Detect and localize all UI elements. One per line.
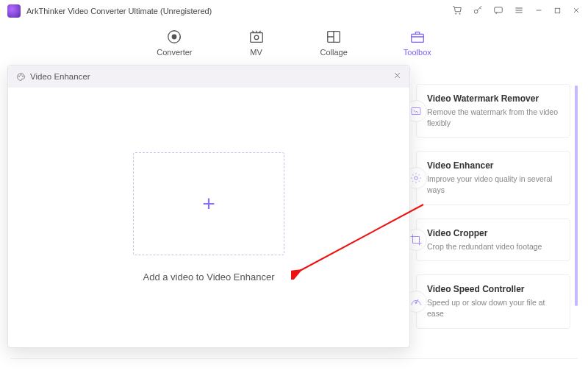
app-title: ArkThinker Video Converter Ultimate (Unr… bbox=[26, 7, 452, 15]
chat-icon[interactable] bbox=[493, 5, 503, 18]
svg-point-12 bbox=[415, 177, 418, 180]
close-icon[interactable] bbox=[392, 70, 402, 83]
video-enhancer-modal: Video Enhancer + Add a video to Video En… bbox=[7, 65, 410, 348]
svg-point-15 bbox=[20, 74, 21, 75]
dropzone-label: Add a video to Video Enhancer bbox=[143, 271, 274, 283]
workspace: Video Watermark Remover Remove the water… bbox=[0, 63, 588, 373]
svg-point-14 bbox=[18, 75, 19, 76]
card-title: Video Watermark Remover bbox=[427, 93, 561, 104]
tab-label: Converter bbox=[157, 48, 192, 57]
svg-point-1 bbox=[459, 13, 460, 14]
svg-point-8 bbox=[254, 35, 259, 40]
svg-point-16 bbox=[22, 75, 23, 76]
svg-rect-7 bbox=[250, 32, 262, 42]
svg-point-0 bbox=[456, 13, 456, 14]
tab-converter[interactable]: Converter bbox=[157, 29, 192, 57]
palette-icon bbox=[15, 71, 26, 82]
maximize-icon[interactable] bbox=[553, 6, 562, 17]
plus-icon: + bbox=[202, 191, 215, 216]
tab-label: Toolbox bbox=[404, 48, 431, 57]
card-desc: Improve your video quality in several wa… bbox=[427, 174, 561, 195]
mv-icon bbox=[248, 29, 265, 45]
card-title: Video Speed Controller bbox=[427, 284, 561, 294]
key-icon[interactable] bbox=[473, 5, 483, 18]
card-desc: Crop the redundant video footage bbox=[427, 241, 561, 252]
svg-rect-10 bbox=[412, 34, 424, 42]
card-video-enhancer[interactable]: Video Enhancer Improve your video qualit… bbox=[416, 151, 570, 205]
card-desc: Remove the watermark from the video flex… bbox=[427, 107, 561, 128]
card-watermark-remover[interactable]: Video Watermark Remover Remove the water… bbox=[416, 84, 570, 138]
toolbox-icon bbox=[409, 29, 426, 45]
titlebar-actions bbox=[452, 5, 581, 18]
bottom-divider bbox=[10, 358, 578, 373]
svg-rect-11 bbox=[412, 107, 420, 114]
titlebar: ArkThinker Video Converter Ultimate (Unr… bbox=[0, 0, 588, 22]
card-desc: Speed up or slow down your file at ease bbox=[427, 297, 561, 319]
converter-icon bbox=[166, 29, 182, 45]
modal-header: Video Enhancer bbox=[8, 65, 409, 88]
add-video-dropzone[interactable]: + bbox=[133, 152, 284, 255]
minimize-icon[interactable] bbox=[534, 6, 543, 17]
main-tabs: Converter MV Collage Toolbox bbox=[0, 22, 588, 63]
tab-collage[interactable]: Collage bbox=[320, 29, 348, 57]
tab-mv[interactable]: MV bbox=[248, 29, 265, 57]
svg-point-13 bbox=[415, 302, 417, 304]
scrollbar[interactable] bbox=[575, 85, 578, 306]
cart-icon[interactable] bbox=[452, 5, 462, 18]
tool-cards-column: Video Watermark Remover Remove the water… bbox=[416, 84, 570, 342]
card-title: Video Enhancer bbox=[427, 160, 561, 171]
modal-title: Video Enhancer bbox=[30, 72, 392, 81]
collage-icon bbox=[326, 29, 342, 45]
modal-body: + Add a video to Video Enhancer bbox=[8, 88, 409, 347]
card-title: Video Cropper bbox=[427, 228, 561, 238]
card-speed-controller[interactable]: Video Speed Controller Speed up or slow … bbox=[416, 274, 570, 328]
tab-toolbox[interactable]: Toolbox bbox=[404, 29, 431, 57]
menu-icon[interactable] bbox=[514, 5, 524, 18]
tab-label: MV bbox=[250, 48, 262, 57]
close-window-icon[interactable] bbox=[572, 6, 581, 17]
app-logo-icon bbox=[7, 4, 21, 18]
tab-label: Collage bbox=[320, 48, 348, 57]
svg-point-6 bbox=[173, 35, 177, 39]
card-video-cropper[interactable]: Video Cropper Crop the redundant video f… bbox=[416, 219, 570, 262]
svg-rect-4 bbox=[555, 8, 559, 13]
